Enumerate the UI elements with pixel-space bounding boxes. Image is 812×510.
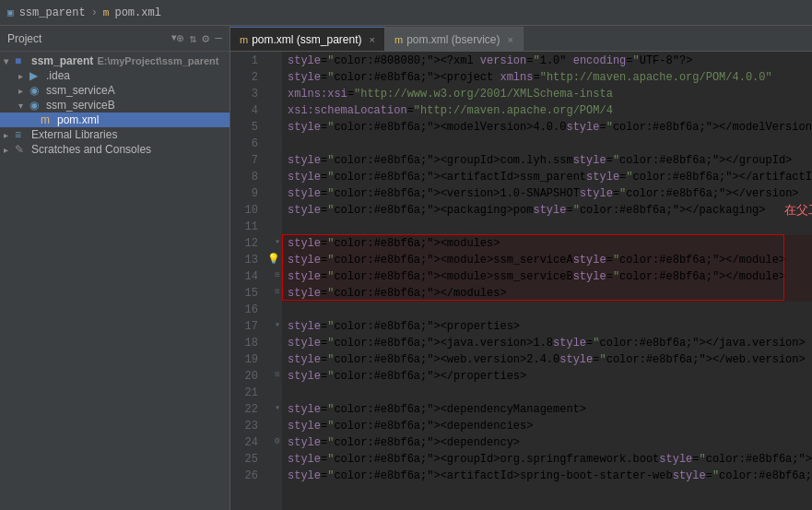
fold-arrow-line-12[interactable]: ▾ xyxy=(275,234,280,251)
diff-icon-line-14: ≡ xyxy=(275,267,280,284)
title-project: ssm_parent xyxy=(19,6,86,19)
code-line-7[interactable]: style="color:#e8bf6a;"><groupId>com.lyh.… xyxy=(282,152,812,169)
code-line-9[interactable]: style="color:#e8bf6a;"><version>1.0-SNAP… xyxy=(282,185,812,202)
code-content[interactable]: style="color:#808080;"><?xml version="1.… xyxy=(282,52,812,510)
serviceA-arrow: ▸ xyxy=(18,86,29,96)
bulb-icon-line-13[interactable]: 💡 xyxy=(267,251,280,267)
chinese-annotation: 在父工程中指定子模块 xyxy=(784,202,812,219)
code-line-16[interactable] xyxy=(282,302,812,318)
code-line-3[interactable]: xmlns:xsi="http://www.w3.org/2001/XMLSch… xyxy=(282,86,812,102)
sync-icon[interactable]: ⇅ xyxy=(190,31,197,46)
code-line-11[interactable] xyxy=(282,219,812,235)
tab-pom-bservice[interactable]: m pom.xml (bservice) × xyxy=(385,27,524,51)
tab-icon-bservice: m xyxy=(394,34,403,45)
code-line-1[interactable]: style="color:#808080;"><?xml version="1.… xyxy=(282,53,812,69)
code-line-14[interactable]: style="color:#e8bf6a;"><module>ssm_servi… xyxy=(282,268,812,285)
sidebar-tree: ▾ ■ ssm_parent E:\myProject\ssm_parent ▸… xyxy=(0,52,229,510)
fold-arrow-line-17[interactable]: ▾ xyxy=(275,317,280,334)
title-file: pom.xml xyxy=(114,6,160,19)
project-label: ssm_parent xyxy=(31,54,93,67)
diff-icon-line-20: ≡ xyxy=(275,367,280,384)
code-line-26[interactable]: style="color:#e8bf6a;"><artifactId>sprin… xyxy=(282,468,812,484)
scratch-arrow: ▸ xyxy=(4,145,15,155)
code-line-12[interactable]: style="color:#e8bf6a;"><modules> xyxy=(282,235,812,252)
code-line-22[interactable]: style="color:#e8bf6a;"><dependencyManage… xyxy=(282,401,812,418)
title-sep: › xyxy=(91,6,98,19)
idea-label: .idea xyxy=(46,69,70,82)
add-module-icon[interactable]: ⊕ xyxy=(177,31,184,46)
tab-close-parent[interactable]: × xyxy=(370,34,375,45)
pom-label: pom.xml xyxy=(57,113,99,126)
code-line-23[interactable]: style="color:#e8bf6a;"><dependencies> xyxy=(282,418,812,434)
sidebar-item-ssm-serviceB[interactable]: ▾ ◉ ssm_serviceB xyxy=(0,98,229,113)
tab-label-bservice: pom.xml (bservice) xyxy=(406,33,500,46)
sidebar-actions: ⊕ ⇅ ⚙ — xyxy=(177,31,222,46)
tab-icon-parent: m xyxy=(240,34,248,45)
main-layout: Project ▼ ⊕ ⇅ ⚙ — ▾ ■ ssm_parent E:\myPr… xyxy=(0,26,812,510)
minimize-icon[interactable]: — xyxy=(215,31,222,45)
code-editor: 1234567891011121314151617181920212223242… xyxy=(230,52,812,510)
idea-arrow: ▸ xyxy=(18,71,29,81)
code-line-4[interactable]: xsi:schemaLocation="http://maven.apache.… xyxy=(282,102,812,119)
tab-close-bservice[interactable]: × xyxy=(508,34,513,45)
ext-arrow: ▸ xyxy=(4,130,15,140)
title-xml-icon: m xyxy=(103,7,110,18)
code-line-15[interactable]: style="color:#e8bf6a;"></modules> xyxy=(282,285,812,302)
title-bar: ▣ ssm_parent › m pom.xml xyxy=(0,0,812,26)
gutter: ▾💡≡≡▾≡▾⚙ xyxy=(264,52,282,510)
serviceB-icon: ◉ xyxy=(29,99,44,112)
sidebar-title: Project xyxy=(7,32,168,45)
code-line-5[interactable]: style="color:#e8bf6a;"><modelVersion>4.0… xyxy=(282,119,812,136)
scratch-label: Scratches and Consoles xyxy=(31,143,151,156)
project-icon: ▣ xyxy=(7,6,14,18)
tab-pom-parent[interactable]: m pom.xml (ssm_parent) × xyxy=(230,27,385,51)
diff-icon-line-24: ⚙ xyxy=(275,433,280,450)
tab-bar: m pom.xml (ssm_parent) × m pom.xml (bser… xyxy=(230,26,812,52)
code-line-6[interactable] xyxy=(282,136,812,152)
sidebar-item-pom-xml[interactable]: m pom.xml xyxy=(0,113,229,127)
sidebar-header: Project ▼ ⊕ ⇅ ⚙ — xyxy=(0,26,229,52)
code-line-13[interactable]: style="color:#e8bf6a;"><module>ssm_servi… xyxy=(282,252,812,268)
code-line-18[interactable]: style="color:#e8bf6a;"><java.version>1.8… xyxy=(282,335,812,351)
code-line-2[interactable]: style="color:#e8bf6a;"><project xmlns="h… xyxy=(282,69,812,86)
serviceA-icon: ◉ xyxy=(29,84,44,97)
line-numbers: 1234567891011121314151617181920212223242… xyxy=(230,52,264,510)
scratch-icon: ✎ xyxy=(15,143,29,156)
code-line-17[interactable]: style="color:#e8bf6a;"><properties> xyxy=(282,318,812,335)
serviceA-label: ssm_serviceA xyxy=(46,84,115,97)
ext-label: External Libraries xyxy=(31,128,117,141)
sidebar: Project ▼ ⊕ ⇅ ⚙ — ▾ ■ ssm_parent E:\myPr… xyxy=(0,26,230,510)
ext-icon: ≡ xyxy=(15,128,29,141)
settings-icon[interactable]: ⚙ xyxy=(202,31,209,46)
tab-label-parent: pom.xml (ssm_parent) xyxy=(252,33,361,46)
project-folder-icon: ■ xyxy=(15,54,29,67)
code-line-10[interactable]: style="color:#e8bf6a;"><packaging>pomsty… xyxy=(282,202,812,219)
editor-area: m pom.xml (ssm_parent) × m pom.xml (bser… xyxy=(230,26,812,510)
sidebar-item-ssm-serviceA[interactable]: ▸ ◉ ssm_serviceA xyxy=(0,83,229,98)
code-line-25[interactable]: style="color:#e8bf6a;"><groupId>org.spri… xyxy=(282,451,812,468)
diff-icon-line-15: ≡ xyxy=(275,284,280,301)
expand-arrow: ▾ xyxy=(4,56,15,66)
sidebar-item-idea[interactable]: ▸ ▶ .idea xyxy=(0,68,229,83)
fold-arrow-line-22[interactable]: ▾ xyxy=(275,400,280,417)
code-line-24[interactable]: style="color:#e8bf6a;"><dependency> xyxy=(282,434,812,451)
pom-xml-icon: m xyxy=(41,113,55,126)
code-line-21[interactable] xyxy=(282,385,812,401)
code-line-8[interactable]: style="color:#e8bf6a;"><artifactId>ssm_p… xyxy=(282,169,812,185)
project-path: E:\myProject\ssm_parent xyxy=(97,55,218,66)
sidebar-item-external-libraries[interactable]: ▸ ≡ External Libraries xyxy=(0,127,229,142)
sidebar-item-scratches[interactable]: ▸ ✎ Scratches and Consoles xyxy=(0,142,229,157)
serviceB-label: ssm_serviceB xyxy=(46,99,115,112)
code-line-19[interactable]: style="color:#e8bf6a;"><web.version>2.4.… xyxy=(282,351,812,368)
code-line-20[interactable]: style="color:#e8bf6a;"></properties> xyxy=(282,368,812,385)
idea-folder-icon: ▶ xyxy=(29,69,44,82)
sidebar-item-ssm-parent[interactable]: ▾ ■ ssm_parent E:\myProject\ssm_parent xyxy=(0,53,229,68)
serviceB-arrow: ▾ xyxy=(18,101,29,111)
